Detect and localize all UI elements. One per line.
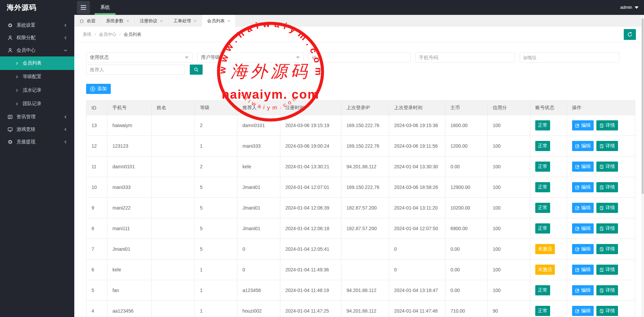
edit-button[interactable]: 编辑	[572, 223, 594, 234]
cell-name	[152, 301, 195, 317]
cell-actions: 编辑 详情	[567, 136, 635, 156]
detail-button-label: 详情	[606, 267, 615, 273]
arrow-right-icon	[16, 102, 19, 105]
detail-button[interactable]: 详情	[596, 244, 618, 254]
detail-button[interactable]: 详情	[596, 182, 618, 192]
user-menu[interactable]: admin	[620, 0, 639, 15]
edit-icon	[575, 288, 579, 293]
cell-last-ip: 94.201.88.112	[341, 280, 389, 301]
table-row: 13 haiwaiym 2 damn0101 2024-03-06 19:15:…	[86, 115, 635, 136]
detail-button-label: 详情	[606, 205, 615, 211]
cell-reg-time: 2024-01-04 12:07:01	[280, 177, 341, 198]
sidebar-subitem-team-records[interactable]: 团队记录	[0, 97, 74, 111]
detail-button-label: 详情	[606, 225, 615, 231]
sidebar-item-label: 权限分配	[17, 35, 63, 41]
cell-level: 1	[195, 301, 237, 317]
detail-button[interactable]: 详情	[596, 203, 618, 213]
cell-phone: kele	[107, 260, 152, 280]
tab-ticket-handling[interactable]: 工单处理 ×	[169, 15, 202, 27]
edit-button[interactable]: 编辑	[572, 182, 594, 192]
edit-button[interactable]: 编辑	[572, 141, 594, 151]
sidebar-item-member-center[interactable]: 会员中心	[0, 44, 74, 56]
tab-label: 欢迎	[87, 18, 96, 24]
sidebar-subitem-level-config[interactable]: 等级配置	[0, 70, 74, 83]
table-row: 12 123123 1 mani333 2024-03-06 19:00:24 …	[86, 136, 635, 156]
cell-name	[152, 156, 195, 177]
document-icon	[599, 144, 604, 148]
sidebar-item-system-settings[interactable]: 系统设置	[0, 19, 74, 31]
edit-icon	[575, 268, 579, 272]
detail-button[interactable]: 详情	[596, 306, 618, 316]
add-button[interactable]: 添加	[86, 84, 111, 94]
sidebar-item-recharge-withdraw[interactable]: 充值提现	[0, 136, 74, 148]
sidebar-subitem-member-list[interactable]: 会员列表	[0, 56, 74, 70]
tab-label: 会员列表	[207, 18, 225, 24]
referrer-input[interactable]	[86, 65, 185, 75]
cell-reg-time: 2024-01-04 12:05:41	[280, 239, 341, 260]
cell-last-time: 2024-01-04 13:18:47	[389, 280, 445, 301]
cell-last-time: 2024-03-06 18:58:26	[389, 177, 445, 198]
edit-button-label: 编辑	[581, 184, 591, 190]
tab-system-params[interactable]: 系统参数 ×	[101, 15, 135, 27]
nav-item-system[interactable]: 系统	[95, 0, 115, 15]
sidebar-item-game-betting[interactable]: 游戏竞猜	[0, 123, 74, 136]
table-row: 5 fan 1 a123456 2024-01-04 11:48:19 94.2…	[86, 280, 635, 301]
cell-actions: 编辑 详情	[567, 115, 635, 136]
close-icon[interactable]: ×	[126, 18, 129, 23]
search-button[interactable]	[190, 65, 203, 75]
edit-button[interactable]: 编辑	[572, 285, 594, 295]
status-select[interactable]: 使用状态	[86, 52, 192, 63]
tab-register-agreement[interactable]: 注册协议 ×	[135, 15, 169, 27]
table-row: 11 damn0101 2 kele 2024-01-04 13:30:21 9…	[86, 156, 635, 177]
edit-button[interactable]: 编辑	[572, 203, 594, 213]
column-header: 姓名	[152, 101, 195, 115]
chevron-down-icon	[296, 56, 300, 59]
table-row: 6 kele 1 0 2024-01-04 11:49:36 0 0.00 10…	[86, 260, 635, 280]
phone-input[interactable]	[415, 52, 515, 63]
column-header: 等级	[195, 101, 237, 115]
refresh-button[interactable]	[624, 29, 636, 40]
tab-label: 系统参数	[106, 18, 124, 24]
id-input[interactable]	[308, 52, 411, 63]
cell-name	[152, 198, 195, 218]
cell-last-ip: 94.201.88.112	[341, 301, 389, 317]
cell-last-ip: 169.150.222.76	[341, 177, 389, 198]
edit-button[interactable]: 编辑	[572, 162, 594, 172]
brand-logo: 海外源码	[0, 0, 74, 15]
edit-button[interactable]: 编辑	[572, 306, 594, 316]
edit-button[interactable]: 编辑	[572, 265, 594, 275]
sidebar-item-permissions[interactable]: 权限分配	[0, 31, 74, 44]
status-badge: 正常	[535, 203, 550, 213]
edit-button[interactable]: 编辑	[572, 244, 594, 254]
cell-status: 未激活	[530, 239, 567, 260]
cell-last-time: 2024-01-04 11:47:48	[389, 301, 445, 317]
level-select[interactable]: 用户等级	[197, 52, 304, 63]
detail-button[interactable]: 详情	[596, 141, 618, 151]
edit-button-label: 编辑	[581, 308, 591, 314]
detail-button[interactable]: 详情	[596, 162, 618, 172]
tab-member-list[interactable]: 会员列表 ×	[202, 15, 236, 27]
table-row: 9 mani222 5 Jmani01 2024-01-04 12:06:39 …	[86, 198, 635, 218]
sidebar-subitem-flow-records[interactable]: 流水记录	[0, 83, 74, 97]
cell-coin: 0.00	[445, 156, 488, 177]
scrollbar-thumb[interactable]	[642, 18, 644, 194]
nav-item-label: 系统	[100, 4, 110, 10]
close-icon[interactable]: ×	[160, 18, 163, 23]
cell-last-ip: 169.150.222.76	[341, 115, 389, 136]
detail-button[interactable]: 详情	[596, 223, 618, 234]
detail-button[interactable]: 详情	[596, 120, 618, 130]
column-header: 推荐人	[237, 101, 280, 115]
close-icon[interactable]: ×	[194, 18, 197, 23]
sidebar-item-news-management[interactable]: 资讯管理	[0, 111, 74, 123]
tab-welcome[interactable]: 欢迎	[74, 15, 101, 27]
cell-level: 5	[195, 218, 237, 239]
close-icon[interactable]: ×	[227, 18, 230, 23]
edit-button[interactable]: 编辑	[572, 120, 594, 130]
detail-button[interactable]: 详情	[596, 285, 618, 295]
detail-button[interactable]: 详情	[596, 265, 618, 275]
menu-toggle-button[interactable]	[77, 1, 90, 14]
column-header: 注册时间	[280, 101, 341, 115]
ip-input[interactable]	[520, 52, 619, 63]
cell-reg-time: 2024-01-04 11:49:36	[280, 260, 341, 280]
column-header: ID	[86, 101, 107, 115]
